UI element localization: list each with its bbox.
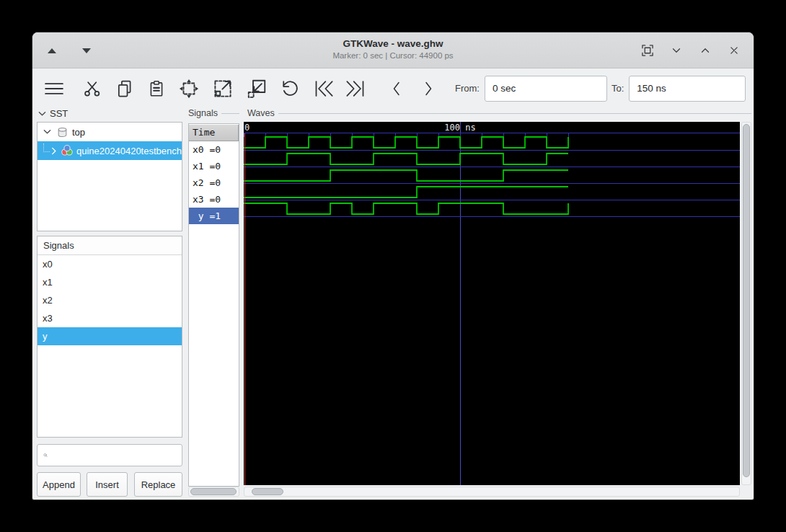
zoom-to-end-button[interactable] <box>343 74 368 103</box>
fit-screen-icon <box>640 43 655 58</box>
trace-row-x3[interactable]: x3 =0 <box>189 191 239 208</box>
tree-item-top[interactable]: top <box>37 123 182 141</box>
paste-button[interactable] <box>146 74 167 103</box>
database-icon <box>56 126 69 138</box>
close-button[interactable] <box>725 41 743 60</box>
trace-row-x2[interactable]: x2 =0 <box>189 174 239 191</box>
frame-line <box>278 113 751 114</box>
clipboard-paste-icon <box>147 79 166 99</box>
toolbar: From: To: <box>32 69 754 107</box>
append-button[interactable]: Append <box>37 472 81 497</box>
zoom-in-button[interactable] <box>211 74 235 103</box>
tree-item-label: top <box>72 127 85 138</box>
copy-button[interactable] <box>113 74 136 103</box>
zoom-to-start-button[interactable] <box>311 74 337 103</box>
chevron-right-icon <box>420 79 437 99</box>
sst-label: SST <box>50 108 68 119</box>
svg-text:0: 0 <box>244 123 250 133</box>
trace-row-y[interactable]: y =1 <box>189 208 239 224</box>
trace-name-column: Time x0 =0 x1 =0 x2 =0 x3 =0 y =1 <box>188 123 239 487</box>
hamburger-menu-icon <box>42 78 66 99</box>
tree-guide-line <box>43 143 50 152</box>
chevron-up-icon <box>699 44 712 57</box>
shift-left-button[interactable] <box>387 74 407 103</box>
chevron-right-icon <box>51 147 57 155</box>
insert-button[interactable]: Insert <box>87 472 128 497</box>
waves-frame-label: Waves <box>247 108 751 118</box>
chevron-left-icon <box>388 79 405 99</box>
cut-button[interactable] <box>81 74 104 103</box>
zoom-fit-button[interactable] <box>177 74 201 103</box>
gtkwave-window: GTKWave - wave.ghw Marker: 0 sec | Curso… <box>32 32 754 500</box>
scissors-icon <box>82 79 102 99</box>
time-column-header[interactable]: Time <box>189 125 239 141</box>
replace-button[interactable]: Replace <box>134 472 182 497</box>
zoom-out-icon <box>246 78 268 99</box>
keep-above-button[interactable] <box>43 41 61 60</box>
module-icon <box>61 144 74 157</box>
signal-list-header[interactable]: Signals <box>37 236 182 255</box>
waves-vertical-scrollbar[interactable] <box>741 122 751 485</box>
search-box <box>37 444 182 466</box>
trace-row-x0[interactable]: x0 =0 <box>189 141 239 158</box>
search-input[interactable] <box>52 445 182 466</box>
to-input[interactable] <box>629 76 746 102</box>
scrollbar-thumb[interactable] <box>252 488 283 495</box>
signal-facility-list: Signals x0 x1 x2 x3 y <box>37 236 182 438</box>
zoom-fit-icon <box>178 78 200 99</box>
shift-right-button[interactable] <box>418 74 438 103</box>
triangle-up-icon <box>48 48 56 53</box>
tree-item-label: quine20240420testbench <box>76 146 182 156</box>
list-item-x3[interactable]: x3 <box>37 309 182 327</box>
list-item-x1[interactable]: x1 <box>37 273 182 291</box>
chevron-down-icon <box>670 44 683 57</box>
frame-line <box>221 113 239 114</box>
list-item-x0[interactable]: x0 <box>37 255 182 273</box>
svg-text:100 ns: 100 ns <box>444 123 475 133</box>
names-horizontal-scrollbar[interactable] <box>188 487 239 497</box>
from-label: From: <box>455 83 480 94</box>
skip-to-start-icon <box>312 79 335 99</box>
scrollbar-thumb[interactable] <box>743 124 750 477</box>
skip-to-end-icon <box>344 79 367 99</box>
triangle-down-icon <box>82 48 91 53</box>
chevron-down-icon <box>38 111 46 117</box>
from-input[interactable] <box>485 76 607 102</box>
copy-icon <box>115 79 135 99</box>
close-icon <box>728 44 741 57</box>
wave-canvas[interactable]: 0100 ns <box>244 122 740 485</box>
undo-button[interactable] <box>278 74 301 103</box>
maximize-button[interactable] <box>696 41 715 60</box>
trace-row-x1[interactable]: x1 =0 <box>189 158 239 174</box>
tree-item-testbench[interactable]: quine20240420testbench <box>37 141 182 160</box>
fullscreen-button[interactable] <box>638 41 657 60</box>
list-item-x2[interactable]: x2 <box>37 291 182 309</box>
to-label: To: <box>611 83 624 94</box>
sst-tree: top quine20240420testbench <box>37 122 182 231</box>
menu-button[interactable] <box>40 74 68 103</box>
undo-icon <box>280 79 300 99</box>
titlebar[interactable]: GTKWave - wave.ghw Marker: 0 sec | Curso… <box>32 32 754 68</box>
chevron-down-icon <box>43 129 51 135</box>
zoom-in-icon <box>212 78 234 99</box>
scrollbar-thumb[interactable] <box>190 488 237 495</box>
signals-frame-label: Signals <box>188 108 239 118</box>
waves-horizontal-scrollbar[interactable] <box>244 487 740 497</box>
list-item-y[interactable]: y <box>37 327 182 345</box>
sst-expander[interactable]: SST <box>38 108 68 119</box>
zoom-out-button[interactable] <box>244 74 269 103</box>
search-icon <box>43 450 48 461</box>
keep-below-button[interactable] <box>77 41 96 60</box>
minimize-button[interactable] <box>667 41 686 60</box>
